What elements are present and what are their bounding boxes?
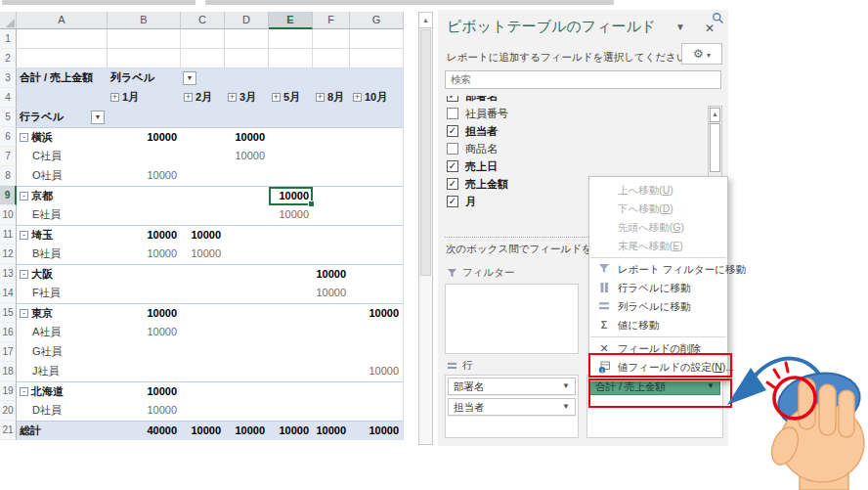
cell-D2[interactable] <box>225 49 269 68</box>
row-header-8[interactable]: 8 <box>0 166 17 186</box>
field-scrollbar-thumb[interactable] <box>710 123 720 172</box>
cell-F7[interactable] <box>313 147 350 166</box>
cell-D5[interactable] <box>225 108 269 127</box>
cell-C11[interactable]: 10000 <box>181 225 225 245</box>
cell-A15[interactable]: -東京 <box>17 303 108 323</box>
cell-G13[interactable] <box>350 264 404 284</box>
row-header-19[interactable]: 19 <box>0 381 17 401</box>
cell-E13[interactable] <box>269 264 313 284</box>
cell-A18[interactable]: J社員 <box>17 362 108 381</box>
row-header-15[interactable]: 15 <box>0 303 17 323</box>
cell-D15[interactable] <box>225 303 269 323</box>
menu-item[interactable]: Σ値に移動 <box>589 316 727 334</box>
cell-E17[interactable] <box>269 342 313 362</box>
cell-C19[interactable] <box>181 381 225 401</box>
cell-D3[interactable] <box>225 68 269 88</box>
cell-E5[interactable] <box>269 108 313 127</box>
cell-D4[interactable]: +3月 <box>225 88 269 108</box>
cell-C18[interactable] <box>181 362 225 381</box>
row-header-3[interactable]: 3 <box>0 68 17 88</box>
row-labels-filter-button[interactable]: ▼ <box>91 111 105 124</box>
cell-B2[interactable] <box>108 49 181 68</box>
expand-icon[interactable]: + <box>184 93 193 102</box>
cell-F18[interactable] <box>313 362 350 381</box>
menu-item[interactable]: 列ラベルに移動 <box>589 297 727 316</box>
row-header-9[interactable]: 9 <box>0 186 17 205</box>
cell-F2[interactable] <box>313 49 350 68</box>
cell-C1[interactable] <box>181 29 225 49</box>
cell-C12[interactable]: 10000 <box>181 245 225 264</box>
cell-B10[interactable] <box>108 205 181 225</box>
cell-E18[interactable] <box>269 362 313 381</box>
column-header-G[interactable]: G <box>350 12 404 29</box>
cell-A21[interactable]: 総計 <box>17 421 108 440</box>
cell-A1[interactable] <box>17 29 108 49</box>
cell-B6[interactable]: 10000 <box>108 127 181 147</box>
cell-D6[interactable]: 10000 <box>225 127 269 147</box>
cell-A4[interactable] <box>17 88 108 108</box>
cell-D16[interactable] <box>225 323 269 342</box>
cell-A7[interactable]: C社員 <box>17 147 108 166</box>
cell-E3[interactable] <box>269 68 313 88</box>
row-header-5[interactable]: 5 <box>0 108 17 127</box>
cell-E15[interactable] <box>269 303 313 323</box>
checked-checkbox[interactable]: ✓ <box>447 160 458 172</box>
expand-icon[interactable]: + <box>110 93 119 102</box>
cell-B9[interactable] <box>108 186 181 205</box>
cell-B19[interactable]: 10000 <box>108 381 181 401</box>
cell-G19[interactable] <box>350 381 404 401</box>
chevron-down-icon[interactable]: ▼ <box>562 379 570 394</box>
row-header-2[interactable]: 2 <box>0 49 17 68</box>
cell-A3[interactable]: 合計 / 売上金額 <box>17 68 108 88</box>
cell-E7[interactable] <box>269 147 313 166</box>
cell-B12[interactable]: 10000 <box>108 245 181 264</box>
cell-G5[interactable] <box>350 108 404 127</box>
cell-G6[interactable] <box>350 127 404 147</box>
cell-D20[interactable] <box>225 401 269 421</box>
cell-F9[interactable] <box>313 186 350 205</box>
cell-F6[interactable] <box>313 127 350 147</box>
cell-C17[interactable] <box>181 342 225 362</box>
cell-E16[interactable] <box>269 323 313 342</box>
cell-B1[interactable] <box>108 29 181 49</box>
cell-B3[interactable]: 列ラベル▼ <box>108 68 181 88</box>
menu-item[interactable]: レポート フィルターに移動 <box>589 260 727 279</box>
cell-D8[interactable] <box>225 166 269 186</box>
cell-A2[interactable] <box>17 49 108 68</box>
cell-F16[interactable] <box>313 323 350 342</box>
column-header-D[interactable]: D <box>225 12 269 29</box>
cell-G15[interactable]: 10000 <box>350 303 404 323</box>
cell-G20[interactable] <box>350 401 404 421</box>
cell-F14[interactable]: 10000 <box>313 284 350 303</box>
column-header-A[interactable]: A <box>17 12 108 29</box>
tools-gear-button[interactable]: ⚙ ▾ <box>681 43 722 65</box>
row-field-chip[interactable]: 担当者▼ <box>448 398 576 416</box>
row-header-13[interactable]: 13 <box>0 264 17 284</box>
row-header-21[interactable]: 21 <box>0 421 17 440</box>
field-item[interactable]: ✓部署名 <box>445 96 705 105</box>
cell-C20[interactable] <box>181 401 225 421</box>
cell-E2[interactable] <box>269 49 313 68</box>
cell-C9[interactable] <box>181 186 225 205</box>
cell-F4[interactable]: +8月 <box>313 88 350 108</box>
cell-B8[interactable]: 10000 <box>108 166 181 186</box>
chevron-down-icon[interactable]: ▼ <box>562 399 570 415</box>
cell-D19[interactable] <box>225 381 269 401</box>
cell-E11[interactable] <box>269 225 313 245</box>
checked-checkbox[interactable]: ✓ <box>447 178 458 190</box>
cell-F13[interactable]: 10000 <box>313 264 350 284</box>
cell-E6[interactable] <box>269 127 313 147</box>
cell-A9[interactable]: -京都 <box>17 186 108 205</box>
cell-C7[interactable] <box>181 147 225 166</box>
cell-E4[interactable]: +5月 <box>269 88 313 108</box>
cell-F12[interactable] <box>313 245 350 264</box>
cell-C2[interactable] <box>181 49 225 68</box>
cell-F1[interactable] <box>313 29 350 49</box>
row-header-6[interactable]: 6 <box>0 127 17 147</box>
row-header-7[interactable]: 7 <box>0 147 17 166</box>
pane-options-chevron-icon[interactable]: ▼ <box>675 22 685 32</box>
cell-B7[interactable] <box>108 147 181 166</box>
cell-B14[interactable] <box>108 284 181 303</box>
cell-C6[interactable] <box>181 127 225 147</box>
row-header-12[interactable]: 12 <box>0 245 17 264</box>
